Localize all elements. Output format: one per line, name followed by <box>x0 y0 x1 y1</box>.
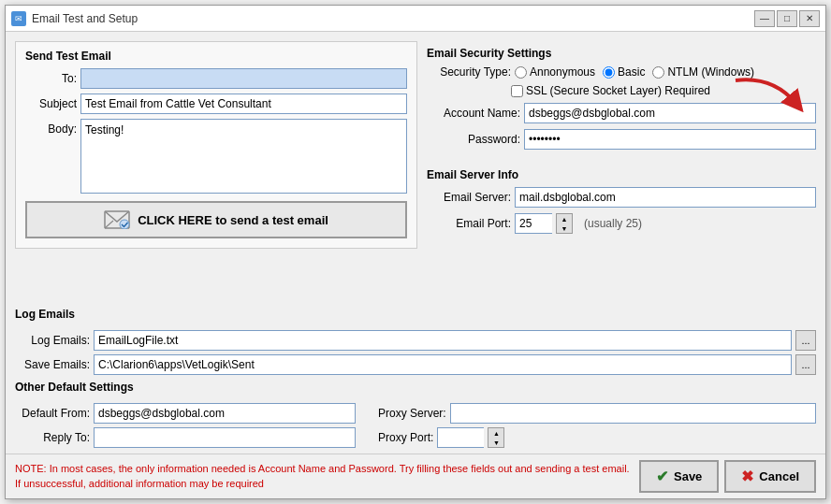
footer-note: NOTE: In most cases, the only informatio… <box>15 462 630 491</box>
server-name-row: Email Server: <box>427 187 816 208</box>
send-test-title: Send Test Email <box>25 50 407 63</box>
window-title: Email Test and Setup <box>32 12 754 25</box>
account-name-label: Account Name: <box>427 107 520 120</box>
port-row: Email Port: ▲ ▼ (usually 25) <box>427 213 816 234</box>
log-emails-input[interactable] <box>94 330 792 351</box>
log-section: Log Emails Log Emails: ... Save Emails: … <box>15 308 816 375</box>
save-label: Save <box>674 469 702 483</box>
save-emails-label: Save Emails: <box>15 358 90 371</box>
subject-input[interactable] <box>80 94 407 114</box>
security-type-label: Security Type: <box>427 65 511 79</box>
other-row-1: Default From: Proxy Server: <box>15 403 816 424</box>
radio-basic-text: Basic <box>618 65 645 79</box>
window-icon: ✉ <box>11 11 26 26</box>
proxy-port-decrement[interactable]: ▼ <box>488 438 503 447</box>
save-button[interactable]: ✔ Save <box>639 460 719 493</box>
main-window: ✉ Email Test and Setup — □ ✕ Send Test E… <box>5 5 826 499</box>
password-label: Password: <box>427 133 520 146</box>
radio-anonymous-label[interactable]: Annonymous <box>515 65 595 79</box>
body-label: Body: <box>25 122 77 136</box>
main-content: Send Test Email To: Subject Body: Testin… <box>6 32 825 308</box>
default-from-label: Default From: <box>15 407 90 420</box>
save-emails-input[interactable] <box>94 354 792 375</box>
cancel-button[interactable]: ✖ Cancel <box>724 460 816 493</box>
title-bar: ✉ Email Test and Setup — □ ✕ <box>6 6 825 32</box>
save-emails-row: Save Emails: ... <box>15 354 816 375</box>
proxy-port-spinner: ▲ ▼ <box>488 427 504 448</box>
port-spinner: ▲ ▼ <box>556 213 573 234</box>
port-decrement[interactable]: ▼ <box>557 223 572 233</box>
log-title: Log Emails <box>15 308 816 321</box>
other-section: Other Default Settings Default From: Pro… <box>15 381 816 448</box>
subject-row: Subject <box>25 94 407 114</box>
radio-basic[interactable] <box>603 66 615 79</box>
envelope-icon <box>104 210 130 229</box>
to-input[interactable] <box>80 68 407 89</box>
log-emails-row: Log Emails: ... <box>15 330 816 351</box>
save-icon: ✔ <box>656 468 668 485</box>
title-bar-buttons: — □ ✕ <box>754 10 820 27</box>
password-row: Password: <box>427 129 816 150</box>
proxy-server-label: Proxy Server: <box>378 407 446 420</box>
server-input[interactable] <box>515 187 816 208</box>
maximize-button[interactable]: □ <box>777 10 797 27</box>
server-title: Email Server Info <box>427 168 816 181</box>
to-label: To: <box>25 72 77 85</box>
default-from-input[interactable] <box>94 403 356 424</box>
other-title: Other Default Settings <box>15 381 816 394</box>
reply-to-input[interactable] <box>94 427 356 448</box>
bottom-area: Log Emails Log Emails: ... Save Emails: … <box>6 308 825 454</box>
server-label: Email Server: <box>427 191 511 204</box>
ssl-checkbox[interactable] <box>511 85 523 97</box>
proxy-server-input[interactable] <box>450 403 816 424</box>
proxy-port-increment[interactable]: ▲ <box>488 428 503 438</box>
port-hint: (usually 25) <box>584 217 642 230</box>
subject-label: Subject <box>25 97 77 110</box>
ssl-label-text: SSL (Secure Socket Layer) Required <box>526 84 710 97</box>
radio-ntlm[interactable] <box>652 66 664 79</box>
port-increment[interactable]: ▲ <box>557 214 572 223</box>
other-row-2: Reply To: Proxy Port: ▲ ▼ <box>15 427 816 448</box>
to-row: To: <box>25 68 407 89</box>
cancel-icon: ✖ <box>741 468 753 485</box>
radio-basic-label[interactable]: Basic <box>603 65 645 79</box>
svg-point-4 <box>120 220 129 229</box>
left-panel: Send Test Email To: Subject Body: Testin… <box>15 41 417 298</box>
radio-anonymous[interactable] <box>515 66 527 79</box>
save-browse-button[interactable]: ... <box>795 354 816 375</box>
red-arrow-icon <box>726 71 810 122</box>
ssl-label-wrapper[interactable]: SSL (Secure Socket Layer) Required <box>511 84 710 97</box>
cancel-label: Cancel <box>759 469 799 483</box>
log-browse-button[interactable]: ... <box>795 330 816 351</box>
port-input[interactable] <box>515 213 552 234</box>
window-body: Send Test Email To: Subject Body: Testin… <box>6 32 825 498</box>
minimize-button[interactable]: — <box>754 10 775 27</box>
reply-to-label: Reply To: <box>15 431 90 444</box>
footer: NOTE: In most cases, the only informatio… <box>6 454 825 498</box>
server-section: Email Server Info Email Server: Email Po… <box>427 168 816 239</box>
send-btn-label: CLICK HERE to send a test email <box>138 213 328 227</box>
send-test-button[interactable]: CLICK HERE to send a test email <box>25 201 407 238</box>
password-input[interactable] <box>524 129 816 150</box>
log-emails-label: Log Emails: <box>15 334 90 347</box>
security-radio-group: Annonymous Basic NTLM (Windows) <box>515 65 754 79</box>
radio-anonymous-text: Annonymous <box>530 65 595 79</box>
body-textarea[interactable]: Testing! <box>80 119 407 194</box>
security-title: Email Security Settings <box>427 47 816 60</box>
close-button[interactable]: ✕ <box>799 10 820 27</box>
send-btn-wrapper: CLICK HERE to send a test email <box>25 201 407 238</box>
body-row: Body: Testing! <box>25 119 407 194</box>
port-label: Email Port: <box>427 217 511 230</box>
proxy-port-label: Proxy Port: <box>378 431 433 444</box>
footer-buttons: ✔ Save ✖ Cancel <box>639 460 816 493</box>
send-test-section: Send Test Email To: Subject Body: Testin… <box>15 41 417 249</box>
proxy-port-input[interactable] <box>437 427 484 448</box>
